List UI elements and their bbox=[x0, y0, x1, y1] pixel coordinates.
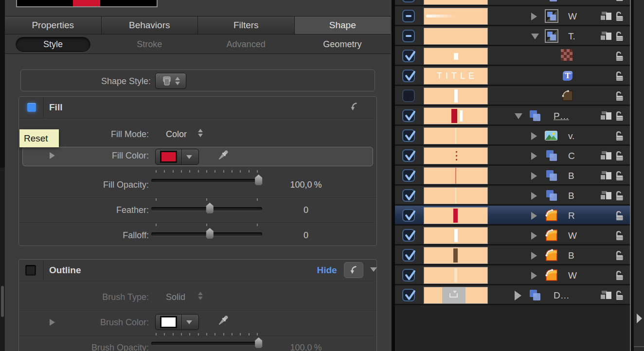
layer-name[interactable]: W bbox=[568, 230, 577, 241]
tab-behaviors[interactable]: Behaviors bbox=[102, 17, 198, 34]
layer-name[interactable]: B bbox=[568, 250, 574, 261]
layer-name[interactable]: C bbox=[568, 151, 575, 161]
expand-triangle-icon[interactable] bbox=[531, 252, 537, 260]
layer-name[interactable]: R bbox=[568, 211, 575, 221]
layer-visibility-checkbox[interactable] bbox=[402, 169, 415, 182]
layer-visibility-checkbox[interactable] bbox=[402, 149, 415, 162]
fill-mode-stepper-icon[interactable] bbox=[198, 129, 203, 137]
layer-row-b[interactable]: B bbox=[395, 246, 630, 265]
expand-triangle-icon[interactable] bbox=[531, 152, 537, 160]
layer-name[interactable]: B bbox=[568, 191, 574, 201]
layer-visibility-checkbox[interactable] bbox=[402, 30, 415, 42]
layer-name[interactable]: W bbox=[568, 11, 577, 22]
layer-visibility-checkbox[interactable] bbox=[402, 50, 415, 62]
expand-triangle-icon[interactable] bbox=[531, 132, 537, 140]
expand-triangle-icon[interactable] bbox=[531, 172, 537, 180]
layer-row[interactable]: TITLET bbox=[395, 66, 630, 86]
layer-visibility-checkbox[interactable] bbox=[402, 89, 415, 102]
unlock-icon[interactable] bbox=[613, 70, 626, 85]
expand-triangle-icon[interactable] bbox=[531, 232, 537, 240]
layer-row-t[interactable]: T. bbox=[395, 26, 630, 46]
layer-row-v[interactable]: v. bbox=[395, 126, 630, 146]
panel-divider[interactable] bbox=[392, 0, 395, 351]
collapse-triangle-icon[interactable] bbox=[531, 34, 539, 39]
fill-enable-checkbox[interactable] bbox=[27, 103, 36, 112]
tab-shape[interactable]: Shape bbox=[295, 17, 391, 34]
unlock-icon[interactable] bbox=[613, 0, 626, 5]
layer-visibility-checkbox[interactable] bbox=[402, 129, 415, 142]
brush-color-well[interactable] bbox=[155, 314, 199, 330]
layer-row-b[interactable]: B bbox=[395, 186, 630, 206]
unlock-icon[interactable] bbox=[613, 229, 626, 245]
unlock-icon[interactable] bbox=[613, 249, 626, 264]
shape-style-dropdown[interactable] bbox=[155, 73, 186, 89]
layer-visibility-checkbox[interactable] bbox=[402, 0, 415, 2]
layer-name[interactable]: T. bbox=[568, 31, 575, 42]
layer-row-c[interactable]: C bbox=[395, 146, 630, 166]
unlock-icon[interactable] bbox=[613, 89, 626, 105]
brush-color-dropdown-icon[interactable] bbox=[186, 320, 192, 324]
brush-color-eyedropper-icon[interactable] bbox=[215, 313, 231, 331]
expand-triangle-icon[interactable] bbox=[531, 212, 537, 220]
layer-visibility-checkbox[interactable] bbox=[402, 189, 415, 202]
unlock-icon[interactable] bbox=[613, 289, 626, 304]
unlock-icon[interactable] bbox=[613, 109, 626, 125]
layer-row-r[interactable]: R bbox=[395, 206, 630, 226]
unlock-icon[interactable] bbox=[613, 50, 626, 65]
fill-color-eyedropper-icon[interactable] bbox=[215, 147, 231, 166]
slider-thumb[interactable] bbox=[206, 203, 214, 213]
layer-row[interactable] bbox=[395, 86, 630, 106]
unlock-icon[interactable] bbox=[613, 209, 626, 225]
fill-opacity-slider[interactable] bbox=[151, 170, 262, 185]
outline-reset-button[interactable] bbox=[344, 262, 363, 278]
unlock-icon[interactable] bbox=[613, 30, 626, 45]
layer-visibility-checkbox[interactable] bbox=[402, 249, 415, 262]
left-scrollbar-thumb[interactable] bbox=[1, 286, 4, 317]
brush-opacity-value[interactable]: 100,0% bbox=[277, 343, 335, 351]
unlock-icon[interactable] bbox=[613, 10, 626, 25]
slider-thumb[interactable] bbox=[255, 337, 262, 348]
brush-opacity-slider[interactable] bbox=[151, 333, 262, 348]
layer-row-d[interactable]: D… bbox=[395, 285, 630, 305]
fill-mode-value[interactable]: Color bbox=[166, 129, 187, 139]
unlock-icon[interactable] bbox=[613, 149, 626, 165]
outline-hide-link[interactable]: Hide bbox=[311, 265, 343, 276]
fill-color-well[interactable] bbox=[155, 149, 199, 165]
feather-value[interactable]: 0 bbox=[277, 205, 335, 215]
unlock-icon[interactable] bbox=[613, 269, 626, 284]
expand-triangle-icon[interactable] bbox=[531, 192, 537, 200]
slider-track[interactable] bbox=[151, 342, 262, 345]
falloff-value[interactable]: 0 bbox=[277, 230, 335, 240]
slider-track[interactable] bbox=[151, 179, 262, 182]
layer-name[interactable]: D… bbox=[554, 290, 570, 301]
collapse-triangle-icon[interactable] bbox=[515, 113, 522, 119]
slider-thumb[interactable] bbox=[206, 228, 214, 239]
feather-slider[interactable] bbox=[151, 198, 262, 213]
fill-color-swatch[interactable] bbox=[160, 151, 177, 163]
outline-menu-caret-icon[interactable] bbox=[370, 267, 377, 272]
panel-expand-arrow[interactable] bbox=[637, 314, 642, 323]
layer-name[interactable]: v. bbox=[568, 131, 574, 141]
layer-row[interactable] bbox=[395, 0, 630, 6]
layer-visibility-checkbox[interactable] bbox=[402, 10, 415, 22]
tab-properties[interactable]: Properties bbox=[5, 17, 102, 34]
layer-row-w[interactable]: W bbox=[395, 6, 630, 26]
fill-reset-icon[interactable] bbox=[349, 102, 359, 114]
unlock-icon[interactable] bbox=[613, 129, 626, 145]
unlock-icon[interactable] bbox=[613, 169, 626, 185]
layer-visibility-checkbox[interactable] bbox=[402, 70, 415, 82]
subtab-style[interactable]: Style bbox=[5, 35, 101, 53]
layer-visibility-checkbox[interactable] bbox=[402, 269, 415, 281]
layer-name[interactable]: P… bbox=[554, 111, 569, 122]
layer-row-w[interactable]: W bbox=[395, 265, 630, 285]
subtab-stroke[interactable]: Stroke bbox=[101, 35, 197, 53]
expand-triangle-icon[interactable] bbox=[531, 272, 537, 280]
layer-name[interactable]: B bbox=[568, 171, 574, 181]
falloff-slider[interactable] bbox=[151, 224, 262, 238]
subtab-geometry[interactable]: Geometry bbox=[294, 35, 391, 53]
layer-row-w[interactable]: W bbox=[395, 226, 630, 246]
slider-thumb[interactable] bbox=[255, 175, 262, 185]
fill-color-dropdown-icon[interactable] bbox=[186, 155, 192, 159]
subtab-advanced[interactable]: Advanced bbox=[198, 35, 294, 53]
layer-row[interactable] bbox=[395, 46, 630, 66]
